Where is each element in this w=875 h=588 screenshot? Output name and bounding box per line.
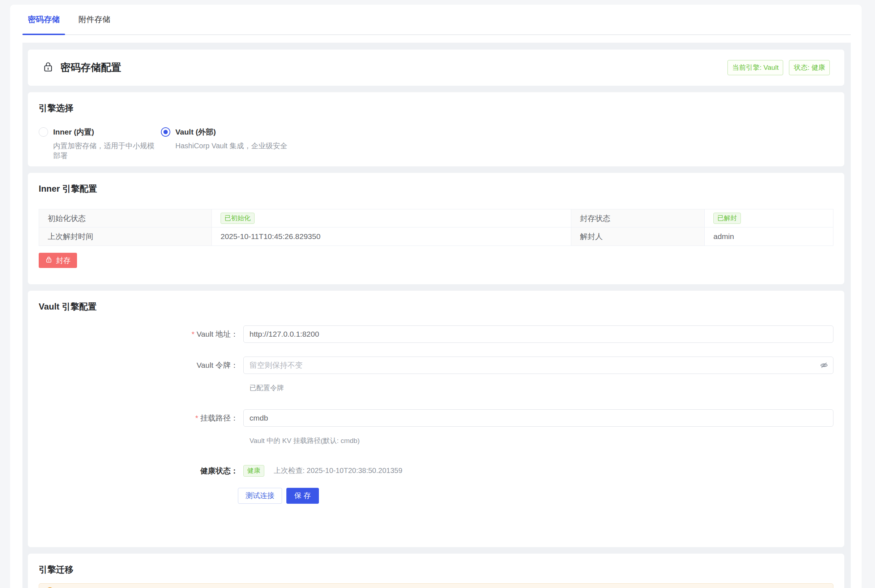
table-label-init-status: 初始化状态 [39,209,212,228]
table-label-last-unseal-time: 上次解封时间 [39,228,212,246]
table-value-seal-status: 已解封 [705,209,833,228]
engine-migration-title: 引擎迁移 [39,564,833,575]
engine-option-inner[interactable]: Inner (内置) 内置加密存储，适用于中小规模部署 [39,127,161,160]
seal-button[interactable]: 封存 [39,253,77,268]
table-label-unsealer: 解封人 [571,228,705,246]
warning-icon [46,586,54,588]
engine-migration-card: 引擎迁移 切换引擎将迁移所有现有密码，此过程不可中断，请确保目标引擎已正确配置 … [28,554,844,588]
engine-option-vault-label: Vault (外部) [175,127,216,137]
save-button[interactable]: 保 存 [286,488,319,504]
unsealed-badge: 已解封 [713,213,741,224]
lock-icon [45,256,52,265]
engine-radio-group: Inner (内置) 内置加密存储，适用于中小规模部署 Vault (外部) H… [39,127,833,160]
vault-token-helper: 已配置令牌 [249,383,833,393]
page-title: 密码存储配置 [60,61,121,75]
migration-warning-text: 切换引擎将迁移所有现有密码，此过程不可中断，请确保目标引擎已正确配置 [58,587,317,588]
vault-engine-title: Vault 引擎配置 [39,301,833,312]
mount-path-row: 挂载路径： [39,410,833,427]
last-check-text: 上次检查: 2025-10-10T20:38:50.201359 [274,466,402,476]
engine-select-title: 引擎选择 [39,102,833,114]
vault-address-row: Vault 地址： [39,326,833,343]
eye-off-icon[interactable] [820,361,829,370]
test-connection-button[interactable]: 测试连接 [238,488,282,504]
content-panel: 密码存储配置 当前引擎: Vault 状态: 健康 引擎选择 Inner (内置… [22,43,851,588]
health-status-row: 健康状态： 健康 上次检查: 2025-10-10T20:38:50.20135… [39,465,833,477]
inner-engine-table: 初始化状态 已初始化 封存状态 已解封 上次解封时间 2025-10-11T10… [39,209,833,246]
engine-option-inner-label: Inner (内置) [53,127,94,137]
settings-page: 密码存储 附件存储 密码存储配置 当前引擎: Vault 状态: 健康 引擎选择 [10,5,862,588]
mount-path-helper: Vault 中的 KV 挂载路径(默认: cmdb) [249,436,833,446]
radio-vault[interactable] [161,127,170,137]
mount-path-label: 挂载路径： [39,413,243,423]
initialized-badge: 已初始化 [220,213,255,224]
vault-engine-card: Vault 引擎配置 Vault 地址： Vault 令牌： [28,291,844,547]
mount-path-input[interactable] [243,410,833,427]
vault-form-buttons: 测试连接 保 存 [238,488,833,504]
tab-password-storage[interactable]: 密码存储 [22,5,65,34]
vault-engine-form: Vault 地址： Vault 令牌： [39,326,833,504]
tab-attachment-storage[interactable]: 附件存储 [73,5,116,34]
engine-option-inner-desc: 内置加密存储，适用于中小规模部署 [53,141,161,160]
migration-warning-alert: 切换引擎将迁移所有现有密码，此过程不可中断，请确保目标引擎已正确配置 [39,583,833,588]
vault-address-label: Vault 地址： [39,329,243,339]
table-value-last-unseal-time: 2025-10-11T10:45:26.829350 [212,228,571,246]
seal-button-label: 封存 [56,256,70,266]
engine-select-card: 引擎选择 Inner (内置) 内置加密存储，适用于中小规模部署 Vault (… [28,92,844,166]
storage-tabbar: 密码存储 附件存储 [22,5,851,35]
table-value-unsealer: admin [705,228,833,246]
table-label-seal-status: 封存状态 [571,209,705,228]
health-status-label: 健康状态： [39,466,243,476]
inner-engine-title: Inner 引擎配置 [39,183,833,195]
radio-inner[interactable] [39,127,48,137]
current-engine-badge: 当前引擎: Vault [727,60,783,75]
health-badge: 健康 [243,465,264,477]
page-header-card: 密码存储配置 当前引擎: Vault 状态: 健康 [28,50,844,86]
vault-token-input[interactable] [243,357,833,374]
engine-option-vault[interactable]: Vault (外部) HashiCorp Vault 集成，企业级安全 [161,127,833,160]
status-badge: 状态: 健康 [789,60,830,75]
vault-token-label: Vault 令牌： [39,360,243,370]
vault-token-row: Vault 令牌： [39,357,833,374]
table-value-init-status: 已初始化 [212,209,571,228]
vault-address-input[interactable] [243,326,833,343]
lock-icon [42,61,54,74]
engine-option-vault-desc: HashiCorp Vault 集成，企业级安全 [175,141,833,151]
inner-engine-card: Inner 引擎配置 初始化状态 已初始化 封存状态 已解封 上次解封时间 20… [28,173,844,284]
